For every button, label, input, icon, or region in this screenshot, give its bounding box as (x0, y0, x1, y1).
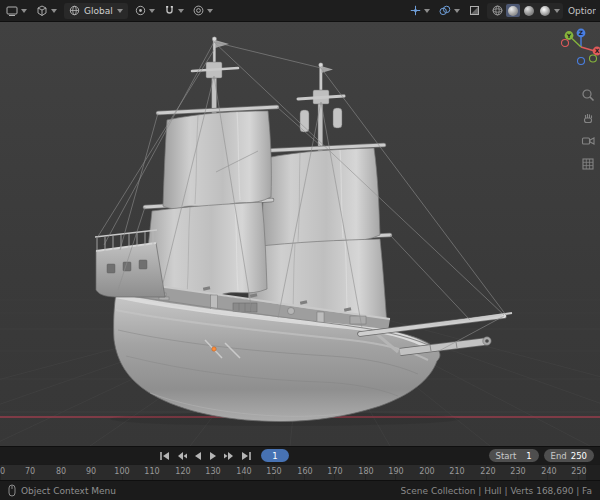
ruler-tick: 150 (259, 467, 289, 476)
gizmo-x-neg[interactable] (562, 40, 569, 47)
frame-range-end-shade (586, 465, 600, 480)
gizmo-x-label: X (595, 47, 600, 54)
rendered-sphere-icon (540, 6, 550, 16)
gizmo-y-label: Y (566, 32, 572, 39)
ruler-tick: 230 (503, 467, 533, 476)
viewport-3d[interactable]: Z X Y (0, 22, 600, 446)
play-reverse-button[interactable] (192, 449, 204, 463)
xray-icon (469, 5, 480, 16)
magnet-icon (164, 5, 175, 16)
overlays-icon (439, 5, 451, 16)
shading-rendered-button[interactable] (538, 4, 552, 17)
ruler-tick: 160 (290, 467, 320, 476)
shading-mode-group (487, 3, 563, 19)
ruler-tick: 180 (351, 467, 381, 476)
object-origin-dot (212, 347, 216, 351)
snap-dropdown[interactable] (162, 3, 186, 19)
mouse-icon (8, 484, 16, 497)
ruler-tick: 120 (168, 467, 198, 476)
current-frame-field[interactable]: 1 (261, 449, 289, 462)
grid-ortho-icon[interactable] (581, 157, 595, 171)
frame-start-field[interactable]: Start 1 (489, 449, 539, 462)
shading-material-button[interactable] (522, 4, 536, 17)
editor-type-button[interactable] (4, 3, 29, 19)
ruler-tick: 220 (473, 467, 503, 476)
material-sphere-icon (524, 6, 534, 16)
ruler-tick: 190 (381, 467, 411, 476)
gizmo-y-neg[interactable] (590, 55, 597, 62)
pivot-icon (135, 5, 146, 16)
chevron-down-icon (21, 9, 27, 13)
scene-canvas (0, 22, 600, 446)
chevron-down-icon (454, 9, 460, 13)
move-hand-icon[interactable] (581, 111, 595, 125)
ruler-tick: 170 (320, 467, 350, 476)
proportional-edit-icon (193, 5, 204, 16)
blender-window: Global (0, 0, 600, 500)
chevron-down-icon (178, 9, 184, 13)
orientation-label: Global (84, 6, 113, 16)
ruler-tick: 240 (534, 467, 564, 476)
prev-keyframe-button[interactable] (175, 449, 189, 463)
gizmo-icon (410, 5, 421, 16)
object-mode-icon (36, 5, 48, 17)
globe-icon (69, 5, 80, 16)
status-bar: Object Context Menu Scene Collection | H… (0, 480, 600, 500)
jump-to-start-button[interactable] (158, 449, 172, 463)
camera-icon[interactable] (581, 134, 595, 148)
ship-model[interactable] (95, 37, 512, 422)
jump-to-end-button[interactable] (239, 449, 253, 463)
shading-wireframe-button[interactable] (490, 4, 504, 17)
chevron-down-icon (554, 9, 560, 13)
timeline-ruler[interactable]: 60 70 80 90 100 110 120 130 140 150 160 … (0, 464, 600, 480)
chevron-down-icon (424, 9, 430, 13)
status-left: Object Context Menu (8, 484, 116, 497)
transform-orientation-dropdown[interactable]: Global (64, 3, 128, 19)
playback-controls (158, 449, 253, 463)
chevron-down-icon (207, 9, 213, 13)
play-button[interactable] (207, 449, 219, 463)
timeline-header: 1 Start 1 End 250 (0, 446, 600, 464)
ruler-tick: 210 (442, 467, 472, 476)
ruler-tick: 80 (46, 467, 76, 476)
navigation-gizmo[interactable]: Z X Y (560, 26, 600, 68)
ruler-tick: 100 (107, 467, 137, 476)
ruler-tick: 140 (229, 467, 259, 476)
frame-start-label: Start (496, 451, 517, 461)
frame-end-label: End (551, 451, 567, 461)
chevron-down-icon (149, 9, 155, 13)
ruler-tick: 70 (15, 467, 45, 476)
editor-type-icon (6, 5, 18, 17)
ruler-tick: 110 (137, 467, 167, 476)
show-overlays-toggle[interactable] (437, 3, 462, 19)
chevron-down-icon (117, 9, 123, 13)
gizmo-z-label: Z (579, 29, 584, 36)
ruler-tick: 60 (0, 467, 15, 476)
frame-end-value: 250 (571, 451, 587, 461)
wireframe-sphere-icon (492, 5, 503, 16)
zoom-icon[interactable] (581, 88, 595, 102)
frame-start-value: 1 (526, 451, 531, 461)
chevron-down-icon (51, 9, 57, 13)
ruler-tick: 130 (198, 467, 228, 476)
proportional-editing-button[interactable] (191, 3, 215, 19)
status-hint-text: Object Context Menu (21, 486, 116, 496)
solid-sphere-icon (508, 6, 518, 16)
viewport-nav-tools (581, 88, 595, 171)
next-keyframe-button[interactable] (222, 449, 236, 463)
ruler-tick: 200 (412, 467, 442, 476)
mode-selector-button[interactable] (34, 3, 59, 19)
options-dropdown[interactable]: Options (568, 6, 596, 16)
frame-end-field[interactable]: End 250 (544, 449, 594, 462)
scene-stats-text: Scene Collection | Hull | Verts 168,690 … (401, 486, 592, 496)
show-gizmo-toggle[interactable] (408, 3, 432, 19)
xray-toggle[interactable] (467, 3, 482, 19)
ruler-tick: 90 (76, 467, 106, 476)
pivot-point-dropdown[interactable] (133, 3, 157, 19)
gizmo-z-neg[interactable] (578, 58, 585, 65)
shading-solid-button[interactable] (506, 4, 520, 17)
viewport-header: Global (0, 0, 600, 22)
